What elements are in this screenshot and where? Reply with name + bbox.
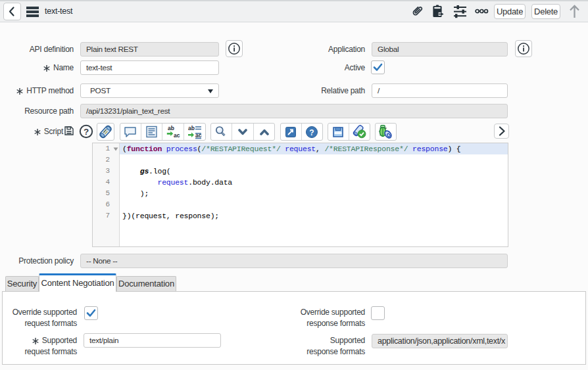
svg-text:ab: ab	[188, 125, 195, 131]
svg-text:?: ?	[84, 127, 89, 137]
svg-text:ab: ab	[168, 125, 174, 131]
svg-text:?: ?	[309, 128, 314, 137]
svg-text:ac: ac	[174, 132, 180, 139]
